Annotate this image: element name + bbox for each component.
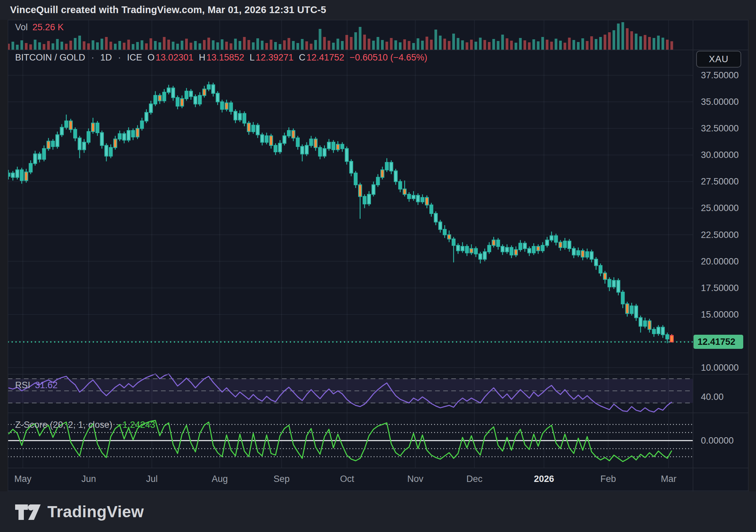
tradingview-wordmark[interactable]: TradingView (47, 502, 144, 521)
rsi-legend: RSI 31.62 (15, 380, 58, 391)
low-value: 12.39271 (256, 52, 294, 63)
volume-label: Vol (15, 22, 28, 33)
zscore-legend: Z-Score (20, 2, 1, close) −1.24243 (15, 420, 155, 430)
rsi-label: RSI (15, 380, 30, 391)
low-value-group: L12.39271 (250, 52, 294, 63)
zscore-label: Z-Score (20, 2, 1, close) (15, 420, 113, 430)
change-value: −0.60510 (−4.65%) (350, 52, 427, 63)
volume-bars (8, 22, 673, 50)
attribution-bar: VinceQuill created with TradingView.com,… (0, 0, 756, 20)
open-value-group: O13.02301 (148, 52, 194, 63)
candlesticks (8, 82, 673, 343)
exchange-label: ICE (127, 52, 142, 63)
symbol-legend[interactable]: BITCOIN / GOLD · 1D · ICE O13.02301 H13.… (15, 52, 427, 63)
attribution-text: VinceQuill created with TradingView.com,… (10, 4, 326, 15)
footer-bar: TradingView (0, 491, 756, 532)
zscore-value: −1.24243 (117, 420, 155, 430)
tradingview-logo-icon[interactable] (15, 501, 41, 523)
volume-legend: Vol 25.26 K (15, 22, 64, 33)
high-value: 13.15852 (206, 52, 244, 63)
last-price-badge: 12.41752 (694, 335, 743, 349)
separator-dot: · (91, 52, 94, 63)
volume-value: 25.26 K (33, 22, 64, 33)
close-value: 12.41752 (306, 52, 344, 63)
close-letter: C (299, 52, 305, 63)
high-letter: H (199, 52, 206, 63)
separator-dot: · (118, 52, 121, 63)
rsi-pane (8, 379, 693, 403)
close-value-group: C12.41752 (299, 52, 344, 63)
rsi-value: 31.62 (35, 380, 58, 391)
high-value-group: H13.15852 (199, 52, 244, 63)
open-value: 13.02301 (156, 52, 194, 63)
low-letter: L (250, 52, 255, 63)
symbol-name[interactable]: BITCOIN / GOLD (15, 52, 85, 63)
interval-label[interactable]: 1D (100, 52, 112, 63)
open-letter: O (148, 52, 155, 63)
currency-unit-button[interactable]: XAU (696, 51, 741, 68)
